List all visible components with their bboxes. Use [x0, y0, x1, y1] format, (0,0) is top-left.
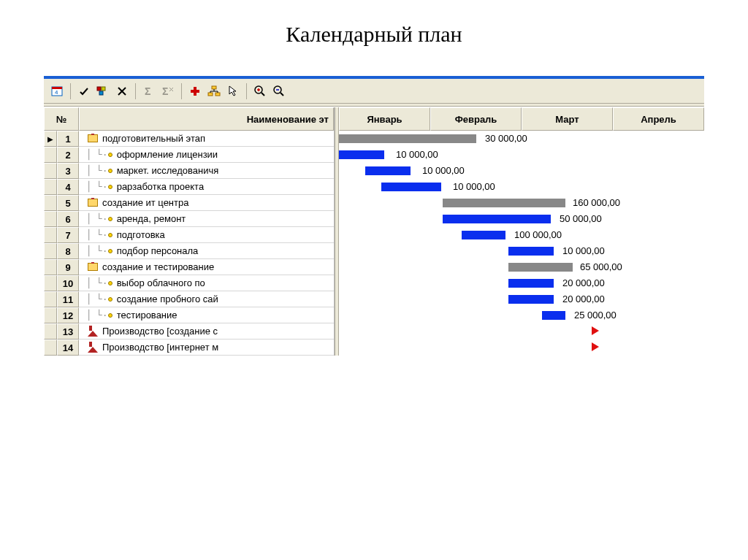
gantt-bar[interactable] [339, 150, 384, 159]
gantt-bar[interactable] [542, 311, 565, 320]
delete-button[interactable] [113, 83, 131, 100]
row-name-cell[interactable]: │└·оформление лицензии [79, 147, 334, 163]
gantt-bar[interactable] [508, 263, 573, 272]
row-number: 6 [57, 211, 79, 227]
table-row[interactable]: 4│└·рарзаботка проекта [44, 179, 334, 195]
gantt-bar[interactable] [381, 183, 441, 191]
header-name[interactable]: Наименование эт [79, 107, 334, 131]
table-row[interactable]: 6│└·аренда, ремонт [44, 211, 334, 227]
table-row[interactable]: 3│└·маркет. исследованичя [44, 163, 334, 179]
row-number: 7 [57, 227, 79, 243]
table-row[interactable]: ▶1подготовительный этап [44, 131, 334, 147]
sum-button[interactable]: Σ [140, 83, 158, 100]
row-name-cell[interactable]: │└·аренда, ремонт [79, 211, 334, 227]
gantt-bar[interactable] [443, 199, 565, 207]
row-name-cell[interactable]: │└·подбор персонала [79, 243, 334, 259]
sum-remove-button[interactable]: Σ [159, 83, 177, 100]
page-title: Календарный план [0, 22, 748, 47]
row-selector[interactable] [44, 227, 57, 243]
row-name-cell[interactable]: │└·маркет. исследованичя [79, 163, 334, 179]
task-name: создание пробного сай [117, 294, 218, 304]
cursor-button[interactable] [224, 83, 242, 100]
month-header[interactable]: Январь [339, 107, 430, 131]
gantt-bar[interactable] [462, 231, 505, 239]
folder-icon [88, 134, 98, 142]
row-selector[interactable] [44, 275, 57, 291]
gantt-cost-label: 10 000,00 [453, 181, 495, 192]
row-name-cell[interactable]: создание ит центра [79, 195, 334, 211]
row-number: 1 [57, 131, 79, 147]
gantt-row[interactable] [339, 340, 704, 356]
row-selector[interactable] [44, 179, 57, 195]
zoom-in-button[interactable] [251, 83, 269, 100]
row-name-cell[interactable]: │└·выбор облачного по [79, 275, 334, 291]
gantt-row[interactable]: 160 000,00 [339, 195, 704, 211]
row-selector[interactable] [44, 307, 57, 323]
row-selector[interactable] [44, 195, 57, 211]
table-row[interactable]: 12│└·тестирование [44, 307, 334, 323]
task-dot-icon [108, 185, 112, 189]
row-selector[interactable] [44, 211, 57, 227]
table-row[interactable]: 2│└·оформление лицензии [44, 147, 334, 163]
check-button[interactable] [75, 83, 93, 100]
gantt-row[interactable]: 10 000,00 [339, 147, 704, 163]
gantt-row[interactable]: 30 000,00 [339, 131, 704, 147]
gantt-bar[interactable] [339, 134, 476, 143]
zoom-out-button[interactable] [270, 83, 288, 100]
table-row[interactable]: 14Производство [интернет м [44, 340, 334, 356]
gantt-row[interactable]: 20 000,00 [339, 275, 704, 291]
gantt-row[interactable]: 100 000,00 [339, 227, 704, 243]
gantt-bar[interactable] [508, 247, 554, 256]
row-name-cell[interactable]: │└·рарзаботка проекта [79, 179, 334, 195]
row-selector[interactable] [44, 243, 57, 259]
gantt-row[interactable]: 10 000,00 [339, 179, 704, 195]
calendar-button[interactable]: 4 [48, 83, 66, 100]
row-selector[interactable] [44, 291, 57, 307]
row-selector[interactable] [44, 323, 57, 340]
month-header[interactable]: Февраль [430, 107, 522, 131]
hierarchy-button[interactable] [205, 83, 223, 100]
gantt-row[interactable]: 25 000,00 [339, 307, 704, 323]
row-name-cell[interactable]: │└·подготовка [79, 227, 334, 243]
table-row[interactable]: 13Производство [создание с [44, 323, 334, 340]
row-name-cell[interactable]: подготовительный этап [79, 131, 334, 147]
gantt-row[interactable]: 10 000,00 [339, 163, 704, 179]
task-dot-icon [108, 249, 112, 253]
add-button[interactable] [186, 83, 204, 100]
row-selector[interactable] [44, 163, 57, 179]
task-dot-icon [108, 281, 112, 285]
row-number: 4 [57, 179, 79, 195]
blocks-button[interactable] [94, 83, 112, 100]
row-name-cell[interactable]: │└·тестирование [79, 307, 334, 323]
gantt-cost-label: 30 000,00 [485, 133, 527, 144]
task-dot-icon [108, 233, 112, 237]
row-name-cell[interactable]: Производство [создание с [79, 323, 334, 340]
row-selector[interactable] [44, 147, 57, 163]
table-row[interactable]: 10│└·выбор облачного по [44, 275, 334, 291]
month-header[interactable]: Март [522, 107, 613, 131]
table-row[interactable]: 7│└·подготовка [44, 227, 334, 243]
gantt-row[interactable]: 50 000,00 [339, 211, 704, 227]
milestone-flag-icon [592, 326, 599, 335]
gantt-row[interactable]: 20 000,00 [339, 291, 704, 307]
table-row[interactable]: 8│└·подбор персонала [44, 243, 334, 259]
gantt-bar[interactable] [443, 215, 551, 223]
gantt-row[interactable]: 65 000,00 [339, 259, 704, 275]
gantt-cost-label: 25 000,00 [574, 310, 617, 321]
gantt-bar[interactable] [508, 279, 554, 288]
row-name-cell[interactable]: создание и тестирование [79, 259, 334, 275]
row-name-cell[interactable]: │└·создание пробного сай [79, 291, 334, 307]
row-selector[interactable] [44, 340, 57, 356]
table-row[interactable]: 11│└·создание пробного сай [44, 291, 334, 307]
header-num[interactable]: № [44, 107, 79, 131]
table-row[interactable]: 9создание и тестирование [44, 259, 334, 275]
row-name-cell[interactable]: Производство [интернет м [79, 340, 334, 356]
gantt-bar[interactable] [365, 166, 411, 175]
row-selector[interactable]: ▶ [44, 131, 57, 147]
table-row[interactable]: 5создание ит центра [44, 195, 334, 211]
row-selector[interactable] [44, 259, 57, 275]
gantt-row[interactable] [339, 323, 704, 340]
month-header[interactable]: Апрель [613, 107, 704, 131]
gantt-bar[interactable] [508, 295, 554, 304]
gantt-row[interactable]: 10 000,00 [339, 243, 704, 259]
